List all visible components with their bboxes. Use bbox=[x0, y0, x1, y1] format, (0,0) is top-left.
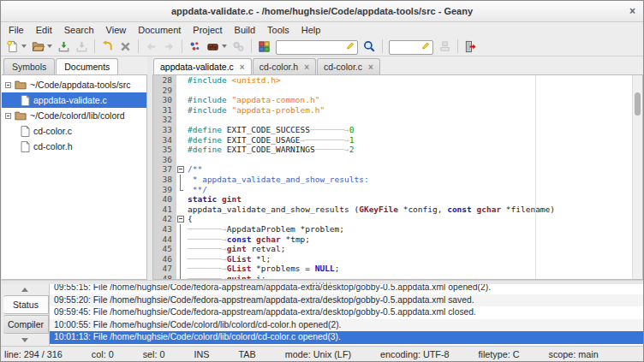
code-line[interactable]: 33#define EXIT_CODE_SUCCESS───────→0 bbox=[153, 125, 632, 135]
arrow-down-icon bbox=[21, 338, 28, 342]
revert-button[interactable] bbox=[99, 38, 116, 55]
code-line[interactable]: 30#include "appdata-common.h" bbox=[153, 95, 632, 105]
code-line[interactable]: 46───────→GList *l; bbox=[153, 254, 632, 264]
tree-item[interactable]: ~/Code/appdata-tools/src bbox=[2, 77, 146, 92]
arrow-up-icon bbox=[21, 288, 28, 292]
tree-item[interactable]: appdata-validate.c bbox=[2, 92, 146, 108]
goto-line-icon bbox=[438, 40, 451, 53]
code-line[interactable]: 38 * appdata_validate_and_show_results: bbox=[153, 175, 632, 185]
code-area[interactable]: 28#include <unistd.h>2930#include "appda… bbox=[152, 74, 643, 280]
code-text: #include "appdata-common.h" bbox=[185, 95, 319, 105]
clear-entry-icon[interactable] bbox=[422, 40, 432, 56]
tab-close-icon[interactable]: × bbox=[240, 62, 245, 72]
tree-item[interactable]: ~/Code/colord/lib/colord bbox=[2, 108, 146, 123]
fold-margin bbox=[176, 135, 185, 145]
goto-entry bbox=[389, 39, 433, 55]
new-file-button[interactable] bbox=[4, 38, 28, 55]
editor-scrollbar-thumb[interactable] bbox=[635, 92, 641, 116]
code-line[interactable]: 42{ bbox=[153, 214, 632, 224]
tree-item[interactable]: cd-color.h bbox=[2, 139, 146, 154]
code-text: ───────→const gchar *tmp; bbox=[185, 234, 310, 245]
documents-tree: ~/Code/appdata-tools/srcappdata-validate… bbox=[2, 74, 147, 280]
open-folder-button[interactable] bbox=[30, 38, 54, 55]
code-text: #define EXIT_CODE_SUCCESS───────→0 bbox=[185, 125, 355, 135]
code-line[interactable]: 34#define EXIT_CODE_USAGE→────────→1 bbox=[153, 135, 632, 145]
code-line[interactable]: 40static gint bbox=[153, 194, 632, 205]
editor-tab[interactable]: cd-color.h× bbox=[253, 58, 316, 74]
tab-close-icon[interactable]: × bbox=[368, 62, 373, 72]
code-line[interactable]: 39 **/ bbox=[153, 185, 632, 195]
menu-tools[interactable]: Tools bbox=[261, 24, 295, 36]
build-button[interactable] bbox=[205, 38, 229, 55]
code-line[interactable]: 41appdata_validate_and_show_results (GKe… bbox=[153, 205, 632, 215]
compile-button[interactable] bbox=[187, 38, 203, 55]
code-line[interactable]: 45───────→gint retval; bbox=[153, 244, 632, 254]
window-close-button[interactable]: × bbox=[629, 4, 635, 18]
menu-project[interactable]: Project bbox=[187, 24, 228, 36]
line-number: 36 bbox=[153, 155, 176, 165]
editor-scrollbar[interactable] bbox=[632, 75, 642, 279]
code-line[interactable]: 44───────→const gchar *tmp; bbox=[153, 234, 632, 245]
sidebar-tab-documents[interactable]: Documents bbox=[56, 58, 118, 74]
code-line[interactable]: 32 bbox=[153, 115, 632, 125]
line-number: 28 bbox=[153, 75, 176, 86]
quit-button[interactable] bbox=[462, 38, 479, 55]
menu-file[interactable]: File bbox=[3, 24, 30, 36]
status-message-row[interactable]: 10:00:55: File /home/hughsie/Code/colord… bbox=[50, 319, 643, 332]
search-button[interactable] bbox=[361, 38, 378, 55]
code-line[interactable]: 37/** bbox=[153, 164, 632, 175]
message-splitter[interactable] bbox=[1, 280, 643, 284]
code-line[interactable]: 48───────→guint i; bbox=[153, 274, 632, 279]
nav-forward-icon bbox=[163, 40, 176, 53]
editor-tab[interactable]: appdata-validate.c× bbox=[153, 58, 252, 74]
status-message-row[interactable]: 09:55:15: File /home/hughsie/Code/fedora… bbox=[50, 284, 643, 294]
tab-scroll-up[interactable] bbox=[1, 284, 49, 295]
code-line[interactable]: 47───────→GList *problems = NULL; bbox=[153, 264, 632, 274]
editor-tab[interactable]: cd-color.c× bbox=[317, 58, 380, 74]
tab-close-icon[interactable]: × bbox=[304, 62, 309, 72]
toolbar-separator bbox=[382, 39, 383, 53]
menu-build[interactable]: Build bbox=[229, 24, 261, 36]
fold-line-icon bbox=[176, 274, 185, 279]
fold-open-icon[interactable] bbox=[176, 214, 185, 224]
code-line[interactable]: 35#define EXIT_CODE_WARNINGS──────→2 bbox=[153, 145, 632, 155]
new-file-dropdown-icon[interactable] bbox=[21, 45, 27, 48]
code-line[interactable]: 31#include "appdata-problem.h" bbox=[153, 105, 632, 116]
status-message-row[interactable]: 09:59:45: File /home/hughsie/Code/fedora… bbox=[50, 306, 643, 319]
tab-scroll-down[interactable] bbox=[1, 335, 49, 346]
tree-expander-icon[interactable] bbox=[5, 113, 11, 119]
message-tab-status[interactable]: Status bbox=[3, 295, 49, 314]
tree-item[interactable]: cd-color.c bbox=[2, 123, 146, 139]
sidebar-tab-symbols[interactable]: Symbols bbox=[3, 58, 55, 74]
menu-view[interactable]: View bbox=[100, 24, 133, 36]
status-message-row[interactable]: 09:55:20: File /home/hughsie/Code/fedora… bbox=[50, 294, 643, 307]
statusbar-segment: mode: Unix (LF) bbox=[285, 349, 351, 359]
close-file-button[interactable] bbox=[117, 38, 134, 55]
code-text bbox=[185, 115, 188, 125]
clear-entry-icon[interactable] bbox=[347, 40, 356, 56]
menu-search[interactable]: Search bbox=[58, 24, 100, 36]
status-message-row[interactable]: 10:01:13: File /home/hughsie/Code/colord… bbox=[50, 331, 643, 344]
search-input[interactable] bbox=[276, 40, 358, 55]
save-button[interactable] bbox=[56, 38, 72, 55]
code-text: #include <unistd.h> bbox=[185, 75, 281, 86]
message-tab-compiler[interactable]: Compiler bbox=[3, 315, 49, 334]
fold-corner-icon bbox=[176, 185, 185, 195]
tree-expander-icon[interactable] bbox=[5, 82, 11, 88]
menu-edit[interactable]: Edit bbox=[30, 24, 58, 36]
code-line[interactable]: 43───────→AppdataProblem *problem; bbox=[153, 224, 632, 234]
code-line[interactable]: 36 bbox=[153, 155, 632, 165]
fold-line-icon bbox=[176, 254, 185, 264]
fold-open-icon[interactable] bbox=[176, 164, 185, 175]
color-chooser-button[interactable] bbox=[256, 38, 272, 55]
menu-document[interactable]: Document bbox=[132, 24, 187, 36]
line-number: 37 bbox=[153, 164, 176, 175]
open-folder-dropdown-icon[interactable] bbox=[47, 45, 52, 48]
code-lines[interactable]: 28#include <unistd.h>2930#include "appda… bbox=[153, 75, 632, 279]
code-line[interactable]: 28#include <unistd.h> bbox=[153, 75, 632, 86]
quit-icon bbox=[464, 40, 477, 53]
menu-help[interactable]: Help bbox=[295, 24, 327, 36]
code-line[interactable]: 29 bbox=[153, 86, 632, 96]
line-number: 30 bbox=[153, 95, 176, 105]
build-dropdown-icon[interactable] bbox=[222, 45, 227, 48]
